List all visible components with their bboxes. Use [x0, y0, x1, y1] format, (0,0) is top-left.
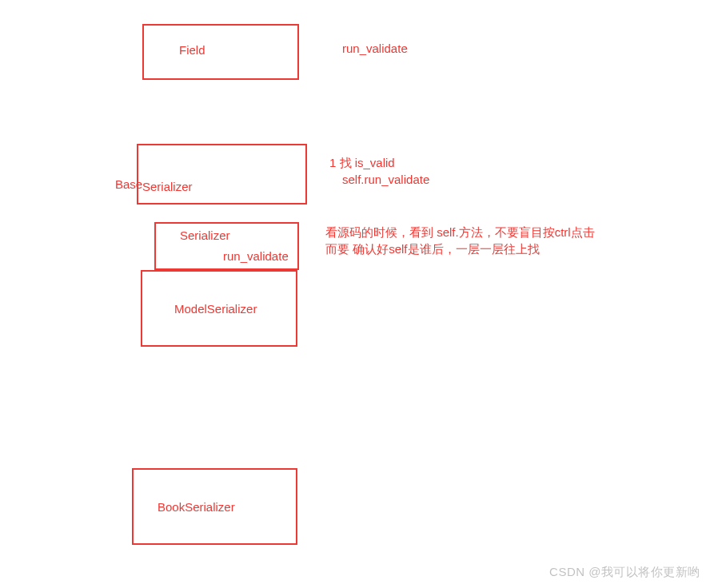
base-note-line1: 1 找 is_valid — [329, 156, 395, 171]
serializer-label: Serializer — [180, 228, 230, 242]
model-serializer-label: ModelSerializer — [174, 302, 257, 316]
book-serializer-box: BookSerializer — [132, 468, 297, 545]
model-serializer-box: ModelSerializer — [141, 270, 297, 347]
book-serializer-label: BookSerializer — [158, 500, 235, 514]
serializer-note-line1: 看源码的时候，看到 self.方法，不要盲目按ctrl点击 — [325, 225, 595, 240]
serializer-note-line2: 而要 确认好self是谁后，一层一层往上找 — [325, 242, 540, 257]
base-note-line2: self.run_validate — [342, 173, 429, 186]
field-box: Field — [142, 24, 299, 80]
csdn-watermark: CSDN @我可以将你更新哟 — [549, 565, 700, 580]
serializer-method: run_validate — [223, 249, 289, 263]
base-serializer-suffix: Serializer — [142, 180, 193, 193]
field-label: Field — [179, 43, 205, 57]
serializer-box: Serializer run_validate — [154, 222, 299, 270]
field-annotation: run_validate — [342, 42, 408, 55]
base-serializer-prefix: Base — [115, 177, 142, 191]
base-serializer-box — [137, 144, 307, 205]
